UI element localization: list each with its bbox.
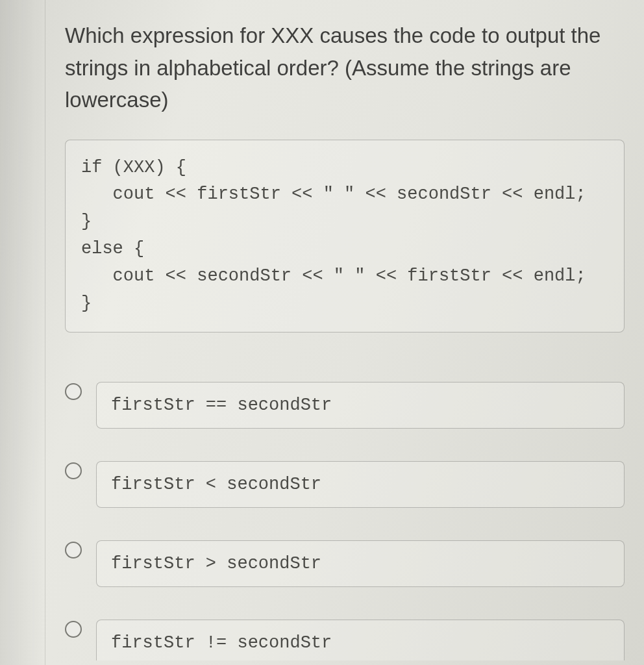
option-1[interactable]: firstStr == secondStr [65,382,625,429]
question-page: Which expression for XXX causes the code… [45,0,644,665]
code-snippet: if (XXX) { cout << firstStr << " " << se… [65,140,625,332]
left-panel-edge [0,0,45,665]
radio-icon[interactable] [65,621,82,638]
option-4[interactable]: firstStr != secondStr [65,620,625,660]
answer-options: firstStr == secondStr firstStr < secondS… [65,382,625,660]
option-label: firstStr != secondStr [96,620,625,660]
question-prompt: Which expression for XXX causes the code… [65,19,625,116]
option-label: firstStr < secondStr [96,461,625,508]
radio-icon[interactable] [65,383,82,400]
option-label: firstStr == secondStr [96,382,625,429]
option-3[interactable]: firstStr > secondStr [65,540,625,587]
radio-icon[interactable] [65,542,82,558]
option-2[interactable]: firstStr < secondStr [65,461,625,508]
option-label: firstStr > secondStr [96,540,625,587]
radio-icon[interactable] [65,462,82,479]
